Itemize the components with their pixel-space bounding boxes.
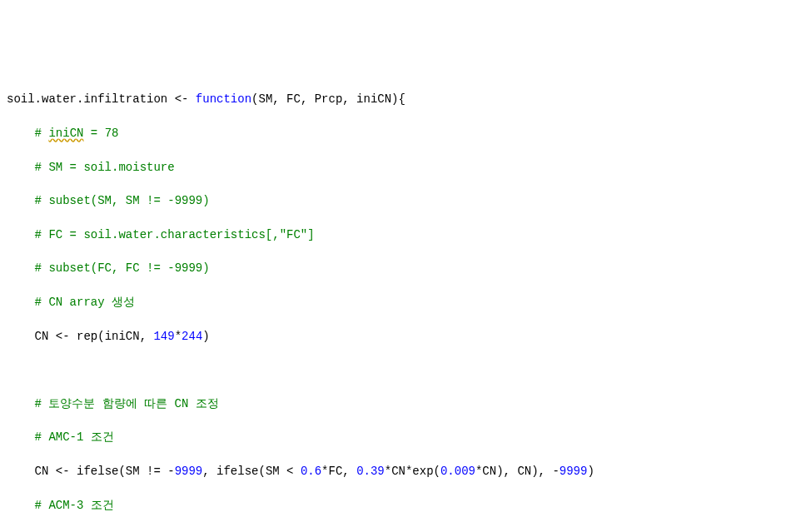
identifier: soil.water.infiltration [7,92,175,106]
comment: # subset(SM, SM != -9999) [7,194,210,207]
comment: # FC = soil.water.characteristics[,"FC"] [7,228,315,241]
paren: ) [587,465,594,478]
comment: = 78 [83,127,118,140]
space [188,92,195,106]
blank-line [7,361,779,378]
number: 149 [153,330,174,343]
comment: # subset(FC, FC != -9999) [7,261,210,275]
code-line: # SM = soil.moisture [7,159,779,176]
comment: # 토양수분 함량에 따른 CN 조정 [7,397,219,410]
call: rep(iniCN, [70,330,154,343]
code-line: # iniCN = 78 [7,125,779,142]
call: *CN*exp( [385,465,440,478]
comment: # SM = soil.moisture [7,161,175,174]
code-line: CN <- rep(iniCN, 149*244) [7,328,779,345]
number: 9999 [175,465,203,478]
comment: # [7,127,48,140]
number: 0.009 [440,465,475,478]
paren: ) [202,330,209,343]
code-line: # subset(SM, SM != -9999) [7,192,779,209]
number: 244 [182,330,202,343]
code-line: # 토양수분 함량에 따른 CN 조정 [7,395,779,412]
comment: # CN array 생성 [7,296,135,309]
code-line: # FC = soil.water.characteristics[,"FC"] [7,226,779,243]
comment: # AMC-1 조건 [7,430,114,444]
keyword-function: function [196,92,251,106]
operator: <- [56,330,70,343]
code-block: soil.water.infiltration <- function(SM, … [7,74,779,532]
op: * [175,330,182,343]
code-line: # CN array 생성 [7,294,779,311]
call: ifelse(SM != - [70,465,175,478]
code-line: # ACM-3 조건 [7,497,779,514]
identifier: CN [7,465,56,478]
comment: # ACM-3 조건 [7,499,114,512]
params: (SM, FC, Prcp, iniCN){ [251,92,405,106]
code-line: # AMC-1 조건 [7,429,779,445]
call: , ifelse(SM < [202,465,301,478]
number: 9999 [560,465,588,478]
code-line: CN <- ifelse(SM != -9999, ifelse(SM < 0.… [7,463,779,480]
code-line: soil.water.infiltration <- function(SM, … [7,91,779,107]
number: 0.39 [356,465,385,478]
call: *FC, [321,465,356,478]
number: 0.6 [301,465,321,478]
operator: <- [56,465,70,478]
identifier: CN [7,330,56,343]
operator: <- [175,92,189,106]
call: *CN), CN), - [475,465,560,478]
code-line: # subset(FC, FC != -9999) [7,260,779,276]
comment-wavy: iniCN [48,127,83,140]
